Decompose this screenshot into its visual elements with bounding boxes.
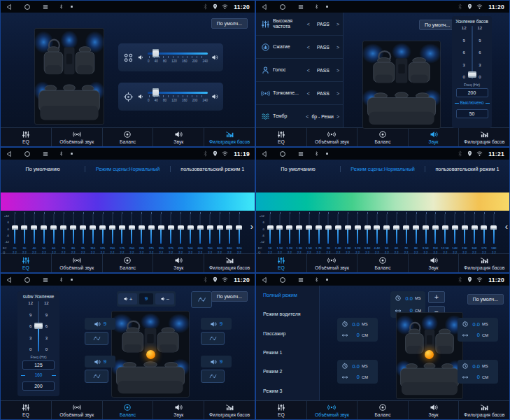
eq-band[interactable] xyxy=(157,214,165,244)
eq-slider-knob[interactable] xyxy=(236,225,242,230)
speaker-curve-button[interactable] xyxy=(85,332,108,345)
next-arrow[interactable]: > xyxy=(337,22,339,27)
home-circle-icon[interactable] xyxy=(24,4,31,10)
nav-tab[interactable]: Баланс xyxy=(357,254,408,272)
eq-band[interactable] xyxy=(266,214,274,244)
eq-slider-knob[interactable] xyxy=(462,225,468,230)
eq-slider-knob[interactable] xyxy=(168,225,174,230)
slider-handle[interactable] xyxy=(153,88,159,97)
eq-slider-knob[interactable] xyxy=(276,225,283,230)
nav-tab[interactable]: Объёмный звук xyxy=(51,401,102,419)
eq-slider-knob[interactable] xyxy=(316,225,322,230)
next-page-arrow[interactable]: › xyxy=(250,221,253,232)
eq-band[interactable] xyxy=(295,214,304,244)
menu-icon[interactable] xyxy=(42,4,49,10)
speaker-level-card[interactable]: 9 xyxy=(201,356,232,368)
eq-slider-knob[interactable] xyxy=(187,225,194,230)
eq-slider-knob[interactable] xyxy=(355,225,361,230)
nav-tab[interactable]: EQ xyxy=(1,254,51,272)
nav-tab[interactable]: Звук xyxy=(408,401,459,419)
home-circle-icon[interactable] xyxy=(279,150,286,158)
eq-slider-knob[interactable] xyxy=(129,225,135,230)
rear-left-delay-card[interactable]: 0.0MS 0CM xyxy=(337,360,378,384)
front-left-delay-card[interactable]: 0.0MS 0CM xyxy=(337,318,378,342)
eq-slider-knob[interactable] xyxy=(393,225,399,230)
speaker-level-card[interactable]: 9 xyxy=(201,318,232,330)
mode-menu-item[interactable]: Режим 1 xyxy=(256,343,319,362)
prev-arrow[interactable]: < xyxy=(306,114,309,119)
eq-slider-knob[interactable] xyxy=(31,225,37,230)
eq-band[interactable] xyxy=(99,214,107,244)
nav-tab[interactable]: Фильтрация басов xyxy=(458,254,509,272)
eq-slider-knob[interactable] xyxy=(403,225,409,230)
eq-band[interactable] xyxy=(235,214,243,244)
eq-band[interactable] xyxy=(490,214,498,244)
eq-band[interactable] xyxy=(334,214,342,244)
volume-minus-button[interactable]: − xyxy=(155,293,174,304)
eq-band[interactable] xyxy=(276,214,284,244)
eq-slider-knob[interactable] xyxy=(139,225,145,230)
eq-band[interactable] xyxy=(441,214,449,244)
nav-tab[interactable]: EQ xyxy=(256,128,306,146)
mode-menu-item[interactable]: Режим водителя xyxy=(256,304,319,323)
eq-slider-knob[interactable] xyxy=(423,225,429,230)
nav-tab[interactable]: Объёмный звук xyxy=(306,401,357,419)
nav-tab[interactable]: Звук xyxy=(408,128,459,146)
eq-band[interactable] xyxy=(431,214,439,244)
eq-band[interactable] xyxy=(127,214,136,244)
mode-menu-item[interactable]: Режим 2 xyxy=(256,362,319,381)
preset-button[interactable]: По умолчанию xyxy=(256,166,340,172)
eq-slider-knob[interactable] xyxy=(452,225,458,230)
next-arrow[interactable]: > xyxy=(337,68,339,73)
nav-tab[interactable]: Баланс xyxy=(102,128,153,146)
eq-slider-knob[interactable] xyxy=(364,225,371,230)
speaker-curve-button[interactable] xyxy=(85,370,108,383)
menu-icon[interactable] xyxy=(297,276,304,284)
subwoofer-slider[interactable] xyxy=(38,301,39,351)
eq-slider-knob[interactable] xyxy=(296,225,302,230)
prev-arrow[interactable]: < xyxy=(307,45,310,50)
eq-band[interactable] xyxy=(470,214,479,244)
eq-band[interactable] xyxy=(50,214,58,244)
eq-slider-knob[interactable] xyxy=(70,225,76,230)
slider-handle[interactable] xyxy=(153,49,159,57)
nav-tab[interactable]: Фильтрация басов xyxy=(458,401,509,419)
eq-slider-knob[interactable] xyxy=(306,225,312,230)
mode-menu-item[interactable]: Пассажир xyxy=(256,324,319,343)
nav-tab[interactable]: Фильтрация басов xyxy=(204,254,255,272)
freq-option[interactable]: Выключено xyxy=(456,99,488,108)
freq-option[interactable]: 200 xyxy=(456,88,488,97)
eq-band[interactable] xyxy=(206,214,214,244)
eq-band[interactable] xyxy=(89,214,97,244)
eq-slider-knob[interactable] xyxy=(345,225,351,230)
bass-boost-slider[interactable] xyxy=(472,26,473,79)
nav-tab[interactable]: Фильтрация басов xyxy=(204,128,255,146)
eq-slider-knob[interactable] xyxy=(217,225,223,230)
nav-tab[interactable]: Фильтрация басов xyxy=(204,401,255,419)
back-icon[interactable] xyxy=(261,4,268,10)
eq-slider-knob[interactable] xyxy=(490,225,497,230)
back-icon[interactable] xyxy=(261,276,268,284)
slider-track[interactable]: 04080120160200240 xyxy=(148,48,208,66)
mode-menu-item[interactable]: Полный режим xyxy=(256,286,319,304)
eq-band[interactable] xyxy=(40,214,48,244)
default-button[interactable]: По умолч... xyxy=(467,294,504,304)
eq-slider-knob[interactable] xyxy=(374,225,380,230)
back-icon[interactable] xyxy=(6,150,13,158)
menu-icon[interactable] xyxy=(297,150,304,158)
nav-tab[interactable]: EQ xyxy=(256,401,306,419)
back-icon[interactable] xyxy=(261,150,268,158)
home-circle-icon[interactable] xyxy=(24,276,31,284)
eq-band[interactable] xyxy=(305,214,313,244)
nav-tab[interactable]: Баланс xyxy=(102,254,153,272)
nav-tab[interactable]: Звук xyxy=(153,401,204,419)
eq-band[interactable] xyxy=(392,214,401,244)
eq-slider-knob[interactable] xyxy=(286,225,292,230)
eq-slider-knob[interactable] xyxy=(80,225,86,230)
eq-band[interactable] xyxy=(480,214,488,244)
eq-slider-knob[interactable] xyxy=(148,225,155,230)
increase-delay-button[interactable]: + xyxy=(428,291,445,303)
eq-band[interactable] xyxy=(30,214,38,244)
eq-band[interactable] xyxy=(363,214,371,244)
eq-slider-knob[interactable] xyxy=(21,225,27,230)
